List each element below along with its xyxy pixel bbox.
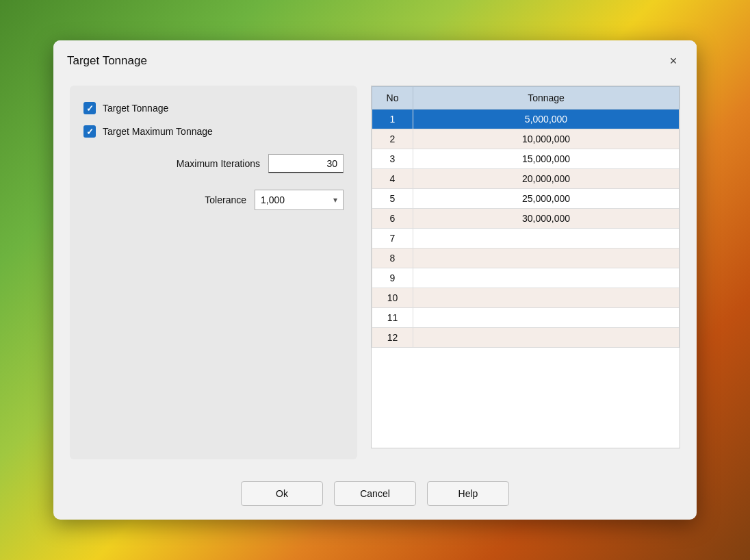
right-panel: No Tonnage 15,000,000210,000,000315,000,…	[371, 86, 680, 459]
titlebar: Target Tonnage ×	[53, 40, 697, 79]
table-cell-no: 2	[372, 129, 413, 149]
table-cell-no: 10	[372, 288, 413, 308]
tolerance-row: Tolerance 1,000 ▾	[83, 190, 344, 210]
table-cell-no: 7	[372, 229, 413, 249]
table-cell-tonnage: 15,000,000	[413, 149, 680, 169]
table-cell-no: 4	[372, 169, 413, 189]
table-cell-no: 6	[372, 209, 413, 229]
tolerance-value: 1,000	[261, 194, 285, 205]
table-cell-tonnage	[413, 268, 680, 288]
table-row[interactable]: 210,000,000	[372, 129, 680, 149]
table-row[interactable]: 8	[372, 249, 680, 268]
table-cell-tonnage	[413, 249, 680, 268]
help-button[interactable]: Help	[427, 481, 509, 506]
table-cell-no: 5	[372, 189, 413, 209]
cancel-button[interactable]: Cancel	[334, 481, 416, 506]
table-cell-tonnage	[413, 328, 680, 348]
chevron-down-icon: ▾	[333, 195, 337, 205]
dialog-title: Target Tonnage	[67, 54, 147, 68]
dialog-body: Target Tonnage Target Maximum Tonnage Ma…	[53, 79, 697, 470]
tolerance-label: Tolerance	[205, 194, 246, 205]
table-row[interactable]: 420,000,000	[372, 169, 680, 189]
target-max-tonnage-label: Target Maximum Tonnage	[103, 126, 213, 137]
table-cell-no: 9	[372, 268, 413, 288]
table-cell-no: 8	[372, 249, 413, 268]
max-iterations-row: Maximum Iterations	[83, 154, 344, 173]
table-body: 15,000,000210,000,000315,000,000420,000,…	[372, 110, 680, 348]
left-panel: Target Tonnage Target Maximum Tonnage Ma…	[70, 86, 357, 459]
table-row[interactable]: 630,000,000	[372, 209, 680, 229]
table-cell-tonnage: 5,000,000	[413, 110, 680, 129]
target-max-tonnage-checkbox[interactable]	[83, 125, 96, 138]
table-cell-tonnage: 30,000,000	[413, 209, 680, 229]
table-row[interactable]: 525,000,000	[372, 189, 680, 209]
ok-button[interactable]: Ok	[241, 481, 323, 506]
col-header-tonnage: Tonnage	[413, 87, 680, 110]
table-row[interactable]: 9	[372, 268, 680, 288]
dialog-footer: Ok Cancel Help	[53, 470, 697, 520]
tonnage-table: No Tonnage 15,000,000210,000,000315,000,…	[372, 86, 680, 348]
target-tonnage-dialog: Target Tonnage × Target Tonnage Target M…	[53, 40, 697, 520]
table-cell-tonnage: 25,000,000	[413, 189, 680, 209]
target-tonnage-label: Target Tonnage	[103, 103, 168, 114]
tolerance-dropdown[interactable]: 1,000 ▾	[255, 190, 344, 210]
max-iterations-input[interactable]	[268, 154, 344, 173]
close-button[interactable]: ×	[664, 51, 683, 71]
table-row[interactable]: 11	[372, 308, 680, 328]
table-header-row: No Tonnage	[372, 87, 680, 110]
table-cell-no: 12	[372, 328, 413, 348]
col-header-no: No	[372, 87, 413, 110]
table-row[interactable]: 315,000,000	[372, 149, 680, 169]
table-row[interactable]: 12	[372, 328, 680, 348]
target-max-tonnage-row: Target Maximum Tonnage	[83, 125, 344, 138]
table-cell-tonnage	[413, 308, 680, 328]
table-cell-no: 1	[372, 110, 413, 129]
table-cell-no: 3	[372, 149, 413, 169]
table-cell-tonnage	[413, 229, 680, 249]
target-tonnage-checkbox[interactable]	[83, 102, 96, 114]
target-tonnage-row: Target Tonnage	[83, 102, 344, 114]
table-cell-tonnage	[413, 288, 680, 308]
table-row[interactable]: 7	[372, 229, 680, 249]
max-iterations-label: Maximum Iterations	[177, 158, 260, 169]
table-row[interactable]: 10	[372, 288, 680, 308]
tonnage-table-container[interactable]: No Tonnage 15,000,000210,000,000315,000,…	[371, 86, 680, 448]
table-cell-tonnage: 20,000,000	[413, 169, 680, 189]
table-row[interactable]: 15,000,000	[372, 110, 680, 129]
table-cell-no: 11	[372, 308, 413, 328]
table-cell-tonnage: 10,000,000	[413, 129, 680, 149]
